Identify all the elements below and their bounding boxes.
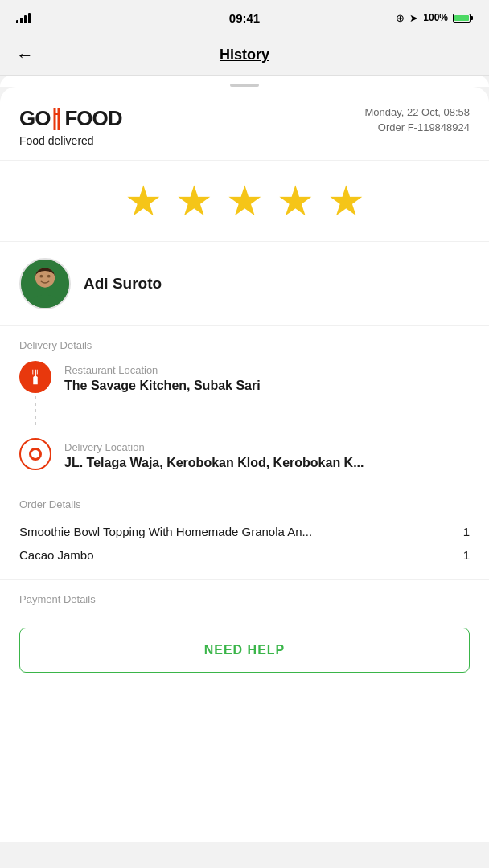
- delivery-text: Delivery Location JL. Telaga Waja, Kerob…: [64, 438, 470, 472]
- restaurant-location-row: Restaurant Location The Savage Kitchen, …: [19, 361, 470, 432]
- order-meta: Monday, 22 Oct, 08:58 Order F-119848924: [364, 106, 470, 133]
- navigation-icon: ➤: [409, 12, 418, 24]
- order-details: Smoothie Bowl Topping With Homemade Gran…: [0, 520, 489, 580]
- status-bar: 09:41 ⊕ ➤ 100%: [0, 0, 489, 35]
- order-id: Order F-119848924: [364, 121, 470, 133]
- status-time: 09:41: [229, 11, 260, 25]
- delivery-details: Restaurant Location The Savage Kitchen, …: [0, 361, 489, 485]
- header-bar: ← History: [0, 35, 489, 76]
- delivery-address: JL. Telaga Waja, Kerobokan Klod, Kerobok…: [64, 455, 470, 472]
- restaurant-icon-col: [19, 361, 51, 432]
- star-2[interactable]: ★: [175, 180, 213, 222]
- avatar-image: [21, 258, 69, 309]
- star-1[interactable]: ★: [125, 180, 162, 222]
- driver-avatar: [19, 258, 71, 309]
- brand-subtitle: Food delivered: [19, 134, 122, 147]
- order-item-name-1: Smoothie Bowl Topping With Homemade Gran…: [19, 525, 454, 538]
- order-item-qty-2: 1: [463, 548, 470, 562]
- driver-name: Adi Suroto: [84, 275, 162, 293]
- driver-section: Adi Suroto: [0, 242, 489, 326]
- svg-point-5: [39, 275, 43, 278]
- pull-indicator: [230, 84, 259, 87]
- delivery-icon-col: [19, 438, 51, 470]
- delivery-pin-dot: [29, 448, 42, 461]
- order-item-row-2: Cacao Jambo 1: [19, 543, 470, 567]
- svg-point-6: [47, 275, 51, 278]
- delivery-details-label: Delivery Details: [0, 326, 489, 361]
- delivery-pin-icon: [19, 438, 51, 470]
- star-4[interactable]: ★: [277, 180, 314, 222]
- status-right: ⊕ ➤ 100%: [396, 12, 473, 24]
- payment-details-label: Payment Details: [0, 580, 489, 615]
- brand-name: GO FOOD: [19, 106, 122, 131]
- back-button[interactable]: ←: [16, 45, 34, 66]
- order-item-name-2: Cacao Jambo: [19, 548, 454, 562]
- star-5[interactable]: ★: [327, 180, 365, 222]
- order-item-qty-1: 1: [463, 525, 470, 538]
- battery-icon: [453, 14, 473, 23]
- rating-section[interactable]: ★ ★ ★ ★ ★: [0, 161, 489, 242]
- restaurant-name: The Savage Kitchen, Subak Sari: [64, 378, 470, 395]
- page-title: History: [220, 47, 269, 63]
- location-icon: ⊕: [396, 12, 405, 24]
- restaurant-label: Restaurant Location: [64, 364, 470, 376]
- route-dotted-line: [35, 396, 36, 428]
- fork-knife-icon: [53, 108, 61, 130]
- battery-percent: 100%: [423, 12, 448, 23]
- order-item-row-1: Smoothie Bowl Topping With Homemade Gran…: [19, 520, 470, 543]
- restaurant-text: Restaurant Location The Savage Kitchen, …: [64, 361, 470, 395]
- signal-area: [16, 12, 31, 23]
- brand-logo: GO FOOD Food delivered: [19, 106, 122, 147]
- brand-food-text: FOOD: [64, 106, 121, 131]
- order-details-label: Order Details: [0, 485, 489, 520]
- main-card: GO FOOD Food delivered Monday, 22 Oct, 0…: [0, 87, 489, 842]
- order-date: Monday, 22 Oct, 08:58: [364, 106, 470, 118]
- restaurant-pin-icon: [19, 361, 51, 393]
- delivery-location-row: Delivery Location JL. Telaga Waja, Kerob…: [19, 438, 470, 472]
- brand-go-text: GO: [19, 106, 50, 131]
- signal-icon: [16, 12, 31, 23]
- order-header: GO FOOD Food delivered Monday, 22 Oct, 0…: [0, 87, 489, 161]
- delivery-label: Delivery Location: [64, 441, 470, 453]
- need-help-button[interactable]: NEED HELP: [19, 628, 470, 673]
- star-3[interactable]: ★: [226, 180, 264, 222]
